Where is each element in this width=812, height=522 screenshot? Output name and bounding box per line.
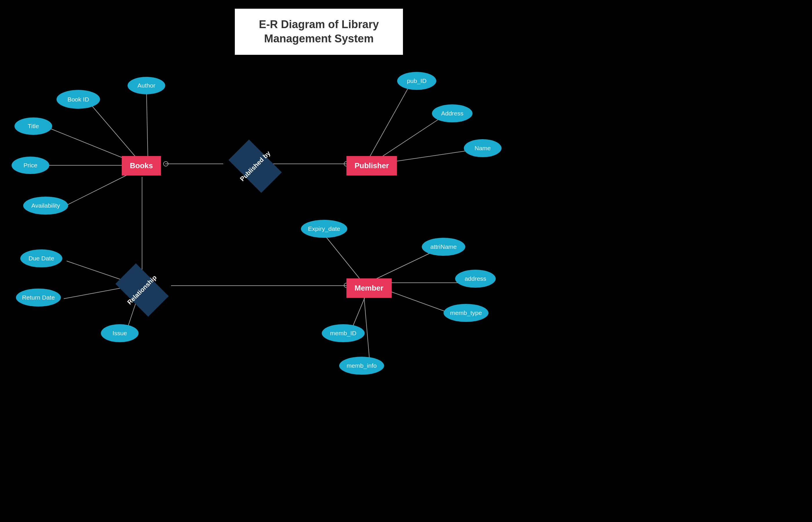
- due-date-attribute[interactable]: Due Date: [20, 249, 62, 267]
- relationship-diamond-wrapper[interactable]: Relationship: [110, 273, 174, 307]
- publisher-address-attribute[interactable]: Address: [432, 104, 473, 122]
- author-attribute[interactable]: Author: [128, 77, 165, 94]
- availability-attribute[interactable]: Availability: [23, 197, 68, 215]
- svg-line-7: [368, 87, 409, 160]
- price-attribute[interactable]: Price: [12, 157, 49, 174]
- name-attribute[interactable]: Name: [464, 139, 501, 157]
- svg-line-0: [87, 100, 139, 161]
- publisher-entity[interactable]: Publisher: [347, 156, 397, 176]
- diagram-title-box: E-R Diagram of Library Management System: [235, 9, 403, 55]
- issue-attribute[interactable]: Issue: [101, 324, 139, 342]
- svg-line-16: [352, 293, 367, 328]
- svg-line-2: [48, 127, 130, 161]
- diagram-title: E-R Diagram of Library Management System: [252, 17, 386, 46]
- member-entity[interactable]: Member: [347, 278, 392, 298]
- memb-info-attribute[interactable]: memb_info: [339, 357, 384, 375]
- book-id-attribute[interactable]: Book ID: [57, 90, 100, 109]
- return-date-attribute[interactable]: Return Date: [16, 288, 61, 306]
- pub-id-attribute[interactable]: pub_ID: [397, 72, 436, 90]
- member-address-attribute[interactable]: address: [455, 270, 496, 288]
- svg-line-17: [364, 294, 370, 361]
- attriname-attribute[interactable]: attriName: [422, 238, 465, 256]
- title-attribute[interactable]: Title: [15, 117, 52, 135]
- memb-id-attribute[interactable]: memb_ID: [322, 324, 365, 342]
- books-entity[interactable]: Books: [122, 156, 161, 176]
- expiry-date-attribute[interactable]: Expiry_date: [301, 220, 347, 238]
- svg-line-4: [65, 173, 132, 206]
- svg-line-8: [375, 116, 443, 161]
- svg-line-12: [323, 234, 359, 278]
- svg-line-13: [374, 251, 435, 280]
- memb-type-attribute[interactable]: memb_type: [443, 304, 488, 322]
- svg-line-1: [146, 88, 148, 157]
- published-by-diamond-wrapper[interactable]: Published by: [226, 150, 284, 182]
